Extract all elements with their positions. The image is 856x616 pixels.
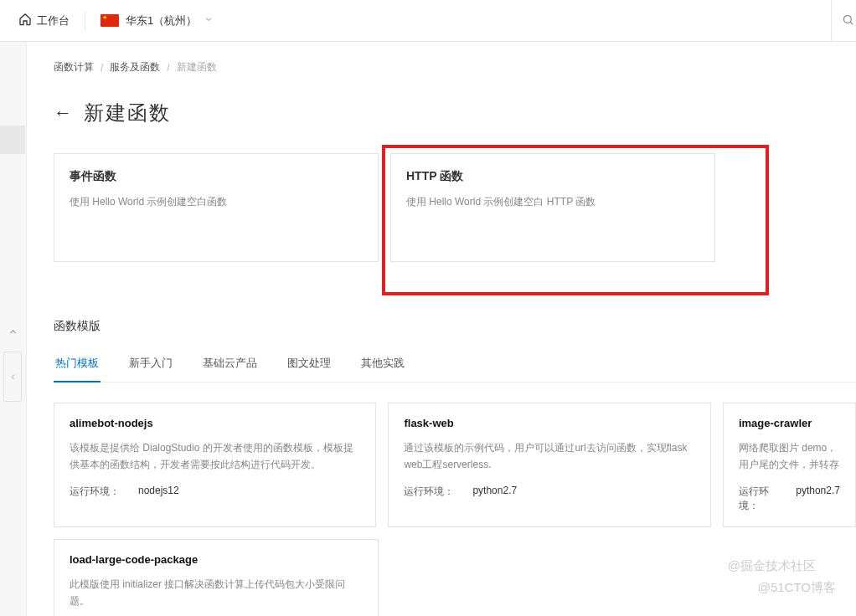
breadcrumb-item-2: 新建函数 bbox=[177, 60, 217, 74]
template-card-load-large[interactable]: load-large-code-package 此模版使用 initialize… bbox=[54, 539, 379, 616]
back-arrow-icon[interactable]: ← bbox=[54, 102, 72, 124]
http-function-card[interactable]: HTTP 函数 使用 Hello World 示例创建空白 HTTP 函数 bbox=[390, 153, 715, 262]
breadcrumb-item-1[interactable]: 服务及函数 bbox=[110, 60, 160, 74]
tpl-name: load-large-code-package bbox=[70, 553, 363, 566]
breadcrumb-item-0[interactable]: 函数计算 bbox=[54, 60, 94, 74]
tab-beginner[interactable]: 新手入门 bbox=[127, 349, 174, 382]
templates-section-title: 函数模版 bbox=[54, 319, 856, 334]
highlight-box: HTTP 函数 使用 Hello World 示例创建空白 HTTP 函数 bbox=[382, 145, 769, 295]
sidebar-active-item[interactable] bbox=[0, 126, 25, 154]
svg-point-0 bbox=[844, 16, 852, 23]
tpl-desc: 该模板是提供给 DialogStudio 的开发者使用的函数模板，模板提供基本的… bbox=[70, 439, 360, 473]
card-title: 事件函数 bbox=[70, 169, 363, 184]
tpl-name: alimebot-nodejs bbox=[70, 417, 360, 429]
breadcrumb: 函数计算 / 服务及函数 / 新建函数 bbox=[54, 60, 856, 74]
template-row-2: load-large-code-package 此模版使用 initialize… bbox=[54, 539, 856, 616]
tab-other[interactable]: 其他实践 bbox=[359, 349, 406, 382]
tpl-name: image-crawler bbox=[739, 417, 840, 429]
runtime-value: python2.7 bbox=[472, 485, 517, 499]
tpl-runtime: 运行环境： python2.7 bbox=[739, 485, 840, 513]
region-label: 华东1（杭州） bbox=[126, 13, 197, 28]
breadcrumb-sep: / bbox=[101, 62, 103, 74]
card-desc: 使用 Hello World 示例创建空白函数 bbox=[70, 194, 363, 210]
template-card-flask[interactable]: flask-web 通过该模板的示例代码，用户可以通过url去访问函数，实现fl… bbox=[388, 403, 710, 527]
chevron-down-icon bbox=[204, 14, 214, 27]
breadcrumb-sep: / bbox=[167, 62, 169, 74]
divider bbox=[85, 12, 85, 30]
search-icon bbox=[842, 13, 854, 28]
top-search[interactable]: 搜 bbox=[831, 0, 856, 42]
top-bar: 工作台 华东1（杭州） 搜 bbox=[0, 0, 856, 42]
tab-image-text[interactable]: 图文处理 bbox=[286, 349, 333, 382]
function-type-cards: 事件函数 使用 Hello World 示例创建空白函数 HTTP 函数 使用 … bbox=[54, 153, 856, 295]
runtime-label: 运行环境： bbox=[70, 485, 120, 499]
template-card-alimebot[interactable]: alimebot-nodejs 该模板是提供给 DialogStudio 的开发… bbox=[54, 403, 376, 527]
tpl-desc: 网络爬取图片 demo，用户尾的文件，并转存到 oss 中 bbox=[739, 439, 840, 473]
card-title: HTTP 函数 bbox=[406, 169, 699, 184]
tpl-runtime: 运行环境： python2.7 bbox=[404, 485, 694, 499]
sidebar-scroll-up[interactable] bbox=[8, 326, 18, 340]
tpl-name: flask-web bbox=[404, 417, 694, 429]
tpl-runtime: 运行环境： nodejs12 bbox=[70, 485, 360, 499]
home-icon bbox=[18, 13, 32, 28]
workbench-link[interactable]: 工作台 bbox=[10, 13, 78, 28]
template-row-1: alimebot-nodejs 该模板是提供给 DialogStudio 的开发… bbox=[54, 403, 856, 527]
tpl-desc: 此模版使用 initializer 接口解决函数计算上传代码包大小受限问题。 bbox=[70, 576, 363, 609]
runtime-value: nodejs12 bbox=[138, 485, 179, 499]
runtime-value: python2.7 bbox=[796, 485, 840, 513]
page-title: 新建函数 bbox=[84, 100, 171, 126]
tab-basic-cloud[interactable]: 基础云产品 bbox=[201, 349, 259, 382]
card-desc: 使用 Hello World 示例创建空白 HTTP 函数 bbox=[406, 194, 699, 210]
template-tabs: 热门模板 新手入门 基础云产品 图文处理 其他实践 bbox=[54, 349, 856, 382]
tab-hot[interactable]: 热门模板 bbox=[54, 349, 101, 382]
region-selector[interactable]: 华东1（杭州） bbox=[92, 10, 222, 32]
china-flag-icon bbox=[101, 14, 119, 27]
page-title-row: ← 新建函数 bbox=[54, 100, 856, 126]
main-content: 函数计算 / 服务及函数 / 新建函数 ← 新建函数 事件函数 使用 Hello… bbox=[27, 42, 856, 616]
sidebar-collapse-toggle[interactable] bbox=[3, 352, 22, 402]
template-card-image-crawler[interactable]: image-crawler 网络爬取图片 demo，用户尾的文件，并转存到 os… bbox=[723, 403, 856, 527]
runtime-label: 运行环境： bbox=[404, 485, 454, 499]
workbench-label: 工作台 bbox=[37, 13, 70, 28]
runtime-label: 运行环境： bbox=[739, 485, 777, 513]
tpl-desc: 通过该模板的示例代码，用户可以通过url去访问函数，实现flask web工程s… bbox=[404, 439, 694, 473]
event-function-card[interactable]: 事件函数 使用 Hello World 示例创建空白函数 bbox=[54, 153, 379, 262]
